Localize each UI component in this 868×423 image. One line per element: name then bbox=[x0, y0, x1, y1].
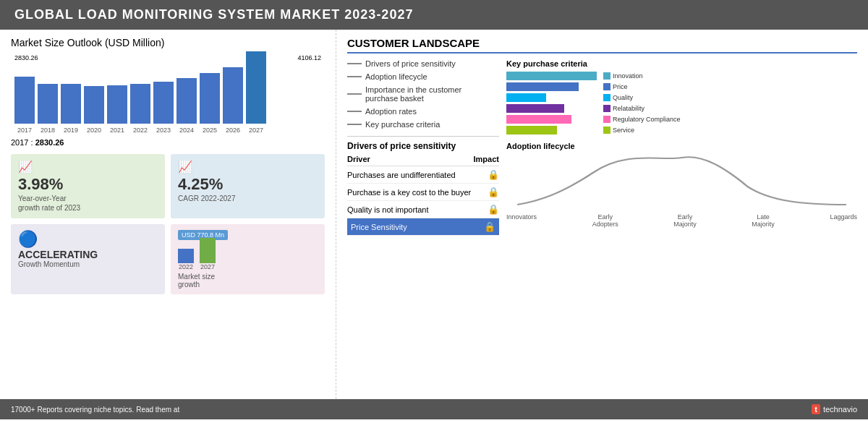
kpc-row-innovation: Innovation bbox=[506, 72, 857, 80]
lifecycle-label-early-adopters: EarlyAdopters bbox=[592, 213, 618, 228]
legend-sq-regulatory bbox=[603, 116, 610, 123]
customer-left-col: Drivers of price sensitivity Adoption li… bbox=[347, 59, 499, 236]
lock-icon-4: 🔒 bbox=[484, 221, 495, 232]
table-row: Quality is not important 🔒 bbox=[347, 201, 499, 218]
table-row: Purchase is a key cost to the buyer 🔒 bbox=[347, 184, 499, 201]
menu-dash-1 bbox=[347, 63, 362, 64]
driver-col-header: Driver bbox=[347, 155, 370, 163]
mini-bar-2022: 2022 bbox=[178, 249, 194, 270]
legend-sq-price bbox=[603, 83, 610, 90]
kpc-bar-quality bbox=[506, 93, 546, 102]
menu-dash-5 bbox=[347, 124, 362, 125]
kpc-label-price: Price bbox=[613, 83, 628, 90]
legend-sq-quality bbox=[603, 94, 610, 101]
kpc-legend-price: Price bbox=[603, 83, 628, 90]
cagr-icon: 📈 bbox=[178, 160, 318, 174]
bar-2022 bbox=[130, 84, 150, 124]
menu-item-5[interactable]: Key purchase criteria bbox=[347, 120, 499, 129]
kpc-bar-price-wrap bbox=[506, 82, 600, 91]
stat-box-accelerating: 🔵 ACCELERATING Growth Momentum bbox=[11, 224, 165, 294]
bar-2018 bbox=[38, 84, 58, 124]
kpc-bar-price bbox=[506, 82, 579, 91]
menu-item-4[interactable]: Adoption rates bbox=[347, 107, 499, 116]
kpc-bar-relatability bbox=[506, 104, 564, 113]
kpc-label-quality: Quality bbox=[613, 94, 633, 101]
legend-sq-relatability bbox=[603, 105, 610, 112]
adoption-title: Adoption lifecycle bbox=[506, 142, 857, 150]
stat-box-yoy: 📈 3.98% Year-over-Yeargrowth rate of 202… bbox=[11, 154, 165, 218]
bar-chart-container: 4106.12 2830.26 2017 2018 2019 2020 bbox=[11, 54, 325, 134]
table-row: Purchases are undifferentiated 🔒 bbox=[347, 166, 499, 184]
kpc-section: Key purchase criteria Innovation bbox=[506, 59, 857, 134]
bar-last-value: 4106.12 bbox=[297, 54, 321, 61]
driver-label-3: Quality is not important bbox=[347, 205, 429, 214]
kpc-legend-innovation: Innovation bbox=[603, 72, 643, 80]
legend-sq-service bbox=[603, 127, 610, 134]
customer-right-col: Key purchase criteria Innovation bbox=[506, 59, 857, 236]
kpc-row-service: Service bbox=[506, 126, 857, 134]
menu-label-1: Drivers of price sensitivity bbox=[365, 59, 456, 68]
kpc-bars: Innovation Price bbox=[506, 72, 857, 134]
bar-2023 bbox=[153, 82, 174, 124]
bar-2025 bbox=[200, 73, 220, 124]
kpc-row-relatability: Relatability bbox=[506, 104, 857, 113]
mini-bar-chart: 2022 2027 bbox=[178, 243, 318, 270]
drivers-title: Drivers of price sensitivity bbox=[347, 141, 499, 151]
menu-dash-4 bbox=[347, 111, 362, 112]
adoption-section: Adoption lifecycle Innovators EarlyAdopt… bbox=[506, 142, 857, 228]
bar-2024 bbox=[176, 78, 197, 124]
menu-label-2: Adoption lifecycle bbox=[365, 72, 427, 81]
chart-title: Market Size Outlook (USD Million) bbox=[11, 37, 325, 48]
cagr-pct: 4.25% bbox=[178, 175, 318, 194]
page-header: GLOBAL LOAD MONITORING SYSTEM MARKET 202… bbox=[0, 0, 868, 30]
lifecycle-label-early-majority: EarlyMajority bbox=[673, 213, 697, 228]
customer-landscape-title: CUSTOMER LANDSCAPE bbox=[347, 37, 857, 54]
acc-sub: Growth Momentum bbox=[18, 260, 158, 268]
kpc-bar-regulatory-wrap bbox=[506, 115, 600, 124]
lifecycle-label-laggards: Laggards bbox=[830, 213, 857, 228]
lifecycle-labels: Innovators EarlyAdopters EarlyMajority L… bbox=[506, 213, 857, 228]
menu-dash-2 bbox=[347, 76, 362, 77]
menu-dash-3 bbox=[347, 93, 362, 95]
yoy-label: Year-over-Yeargrowth rate of 2023 bbox=[18, 194, 158, 213]
kpc-row-quality: Quality bbox=[506, 93, 857, 102]
legend-sq-innovation bbox=[603, 72, 610, 80]
bar-2027 bbox=[246, 51, 266, 124]
stats-row-1: 📈 3.98% Year-over-Yeargrowth rate of 202… bbox=[11, 154, 325, 218]
lifecycle-chart bbox=[506, 154, 857, 212]
kpc-label-innovation: Innovation bbox=[613, 72, 643, 80]
kpc-label-regulatory: Regulatory Compliance bbox=[613, 116, 681, 123]
kpc-legend-relatability: Relatability bbox=[603, 105, 644, 112]
menu-label-4: Adoption rates bbox=[365, 107, 417, 116]
menu-item-2[interactable]: Adoption lifecycle bbox=[347, 72, 499, 81]
kpc-bar-innovation bbox=[506, 72, 597, 80]
kpc-row-regulatory: Regulatory Compliance bbox=[506, 115, 857, 124]
lock-icon-2: 🔒 bbox=[488, 187, 499, 197]
impact-col-header: Impact bbox=[474, 155, 499, 163]
bar-2017 bbox=[14, 77, 35, 124]
right-panel: CUSTOMER LANDSCAPE Drivers of price sens… bbox=[336, 30, 868, 399]
technavio-logo: t technavio bbox=[812, 404, 857, 414]
kpc-label-relatability: Relatability bbox=[613, 105, 644, 112]
kpc-bar-relatability-wrap bbox=[506, 104, 600, 113]
kpc-legend-service: Service bbox=[603, 127, 634, 134]
drivers-section: Drivers of price sensitivity Driver Impa… bbox=[347, 136, 499, 236]
menu-label-3: Importance in the customerpurchase baske… bbox=[365, 85, 461, 103]
yoy-pct: 3.98% bbox=[18, 175, 158, 194]
bottom-bar: 17000+ Reports covering niche topics. Re… bbox=[0, 399, 868, 419]
technavio-brand: technavio bbox=[823, 405, 857, 414]
menu-item-3[interactable]: Importance in the customerpurchase baske… bbox=[347, 85, 499, 103]
stat-box-market: USD 770.8 Mn 2022 2027 Market sizegrowth bbox=[171, 224, 325, 294]
kpc-title: Key purchase criteria bbox=[506, 59, 857, 68]
drivers-table: Driver Impact Purchases are undifferenti… bbox=[347, 155, 499, 236]
menu-item-1[interactable]: Drivers of price sensitivity bbox=[347, 59, 499, 68]
bar-first-value: 2830.26 bbox=[14, 54, 38, 61]
bar-chart bbox=[11, 66, 325, 124]
cagr-label: CAGR 2022-2027 bbox=[178, 194, 318, 203]
gauge-icon: 🔵 bbox=[18, 230, 158, 249]
year-value: 2017 : 2830.26 bbox=[11, 138, 325, 147]
table-header: Driver Impact bbox=[347, 155, 499, 166]
kpc-legend-regulatory: Regulatory Compliance bbox=[603, 116, 681, 123]
kpc-bar-quality-wrap bbox=[506, 93, 600, 102]
bar-year-labels: 2017 2018 2019 2020 2021 2022 2023 2024 … bbox=[11, 127, 325, 134]
